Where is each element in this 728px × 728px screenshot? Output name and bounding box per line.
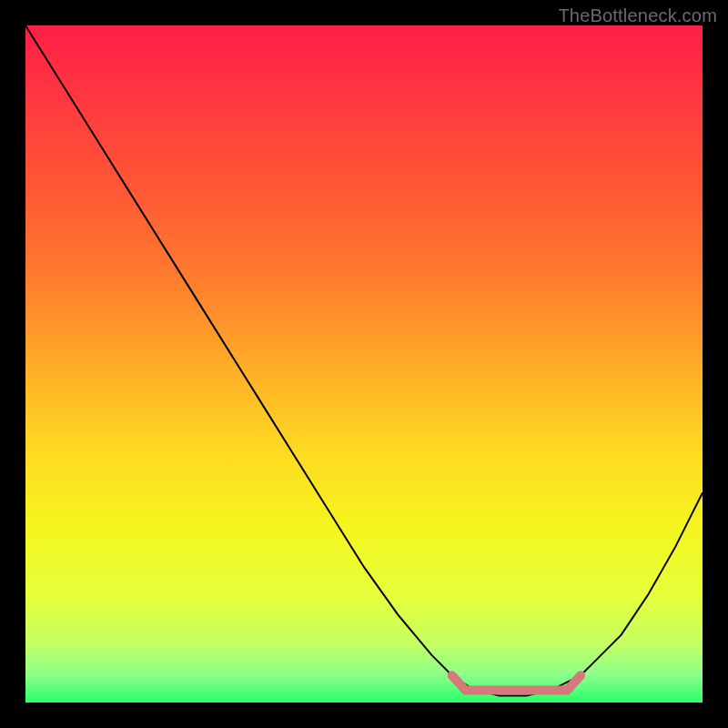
watermark-text: TheBottleneck.com — [558, 5, 717, 26]
chart-frame: TheBottleneck.com — [0, 0, 728, 728]
plot-area — [25, 25, 703, 703]
gradient-background — [25, 25, 703, 703]
bottleneck-chart — [25, 25, 703, 703]
